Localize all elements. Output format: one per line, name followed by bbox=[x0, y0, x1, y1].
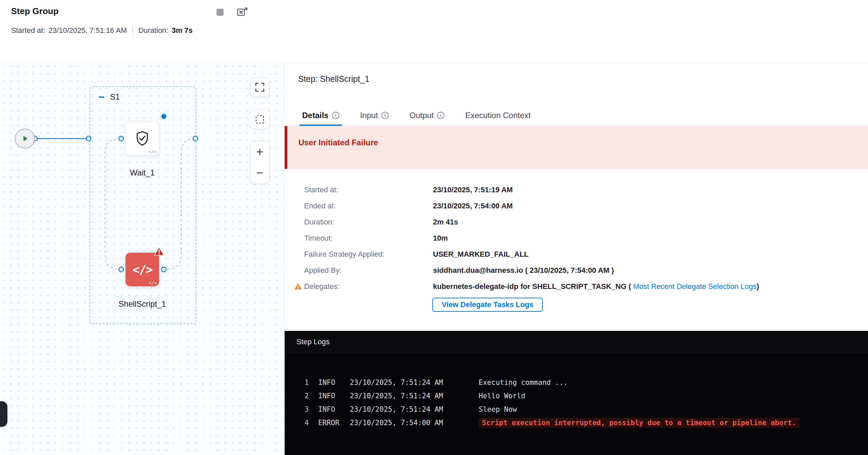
tab-input-label: Input bbox=[360, 111, 378, 120]
log-level: INFO bbox=[318, 379, 350, 387]
detail-label: Ended at: bbox=[304, 202, 433, 210]
console-view-toggle-button[interactable] bbox=[217, 9, 223, 16]
exit-node-view-button[interactable] bbox=[237, 7, 248, 17]
log-line-error: 4 ERROR 23/10/2025, 7:54:00 AM Script ex… bbox=[285, 416, 868, 429]
log-message: Executing command ... bbox=[478, 379, 568, 387]
running-status-badge bbox=[160, 113, 167, 120]
log-timestamp: 23/10/2025, 7:54:00 AM bbox=[350, 419, 478, 427]
page-title: Step Group bbox=[11, 6, 59, 17]
collapse-group-icon[interactable]: − bbox=[98, 93, 105, 101]
collapsed-panel-handle[interactable] bbox=[0, 401, 7, 427]
tab-execution-context[interactable]: Execution Context bbox=[465, 105, 531, 126]
header-bar: Step Group Started at: 23/10/2025, 7:51:… bbox=[0, 0, 868, 63]
canvas-select-button[interactable] bbox=[250, 110, 269, 129]
started-at-label: Started at: bbox=[11, 26, 45, 35]
log-message: Sleep Now bbox=[478, 405, 517, 413]
tab-output-label: Output bbox=[409, 111, 434, 120]
execution-meta: Started at: 23/10/2025, 7:51:16 AM Durat… bbox=[11, 26, 193, 35]
detail-row: Started at: 23/10/2025, 7:51:19 AM bbox=[304, 182, 759, 198]
log-level: INFO bbox=[318, 392, 350, 400]
log-line: 2 INFO 23/10/2025, 7:51:24 AM Hello Worl… bbox=[285, 389, 868, 403]
pipeline-start-node[interactable] bbox=[15, 129, 35, 149]
step-title: Step: ShellScript_1 bbox=[298, 74, 370, 84]
detail-tabs: Details i Input i Output i Execution Con… bbox=[285, 105, 868, 126]
tab-execution-context-label: Execution Context bbox=[465, 111, 531, 120]
detail-label: Failure Strategy Applied: bbox=[304, 250, 433, 259]
detail-row: Applied By: siddhant.dua@harness.io ( 23… bbox=[304, 262, 759, 279]
group-label: S1 bbox=[110, 92, 120, 102]
header-icon-group bbox=[217, 7, 248, 17]
tab-details-label: Details bbox=[302, 111, 329, 120]
detail-value: 2m 41s bbox=[433, 218, 458, 227]
detail-row-delegates: Delegates: kubernetes-delegate-idp for S… bbox=[304, 279, 759, 295]
detail-label: Applied By: bbox=[304, 266, 433, 275]
detail-label: Started at: bbox=[304, 186, 433, 194]
detail-row: Ended at: 23/10/2025, 7:54:00 AM bbox=[304, 198, 759, 214]
node-label-wait: Wait_1 bbox=[92, 168, 193, 177]
details-list: Started at: 23/10/2025, 7:51:19 AM Ended… bbox=[304, 182, 759, 295]
node-label-shellscript: ShellScript_1 bbox=[92, 299, 193, 309]
template-code-glyph: </> bbox=[148, 149, 157, 154]
template-code-glyph: </> bbox=[149, 280, 157, 286]
log-level: ERROR bbox=[318, 419, 350, 427]
detail-value: 23/10/2025, 7:51:19 AM bbox=[433, 186, 513, 194]
log-lines: 1 INFO 23/10/2025, 7:51:24 AM Executing … bbox=[285, 353, 868, 429]
detail-label: Duration: bbox=[304, 218, 433, 227]
detail-value: kubernetes-delegate-idp for SHELL_SCRIPT… bbox=[433, 282, 759, 291]
warning-icon bbox=[294, 283, 302, 291]
expand-icon bbox=[254, 82, 266, 93]
node-wait-1[interactable]: </> bbox=[126, 122, 159, 155]
detail-row: Failure Strategy Applied: USER_MARKED_FA… bbox=[304, 246, 759, 262]
tab-details[interactable]: Details i bbox=[302, 105, 339, 126]
log-timestamp: 23/10/2025, 7:51:24 AM bbox=[350, 392, 478, 400]
detail-row: Duration: 2m 41s bbox=[304, 214, 759, 230]
log-line-number: 3 bbox=[297, 405, 309, 413]
log-timestamp: 23/10/2025, 7:51:24 AM bbox=[350, 405, 478, 413]
pipeline-canvas[interactable]: − S1 </> Wait_1 </> </> bbox=[0, 63, 284, 455]
shield-check-icon bbox=[133, 130, 151, 147]
started-at-value: 23/10/2025, 7:51:16 AM bbox=[49, 26, 127, 35]
detail-value: USER_MARKED_FAIL_ALL bbox=[433, 250, 529, 259]
failure-badge bbox=[154, 247, 164, 257]
log-line: 3 INFO 23/10/2025, 7:51:24 AM Sleep Now bbox=[285, 403, 868, 416]
duration-value: 3m 7s bbox=[172, 26, 192, 35]
failure-banner: User Initiated Failure bbox=[285, 126, 868, 169]
log-timestamp: 23/10/2025, 7:51:24 AM bbox=[350, 379, 478, 387]
delegate-value-suffix: ) bbox=[756, 282, 759, 291]
log-line-number: 4 bbox=[297, 419, 309, 427]
detail-label: Timeout: bbox=[304, 234, 433, 242]
meta-divider bbox=[132, 26, 133, 35]
log-line-number: 1 bbox=[297, 379, 309, 387]
x-frame-icon bbox=[237, 7, 248, 17]
canvas-fullscreen-button[interactable] bbox=[250, 78, 269, 97]
detail-value: 10m bbox=[433, 234, 448, 242]
step-details-panel: Step: ShellScript_1 Details i Input i Ou… bbox=[285, 63, 868, 455]
zoom-controls: + − bbox=[250, 141, 269, 184]
log-level: INFO bbox=[318, 405, 350, 413]
detail-row: Timeout: 10m bbox=[304, 230, 759, 246]
zoom-out-button[interactable]: − bbox=[251, 162, 269, 183]
step-logs-panel: Step Logs 1 INFO 23/10/2025, 7:51:24 AM … bbox=[285, 331, 868, 455]
info-icon: i bbox=[437, 112, 444, 119]
error-triangle-icon bbox=[154, 247, 164, 256]
delegate-value-prefix: kubernetes-delegate-idp for SHELL_SCRIPT… bbox=[433, 282, 631, 291]
info-icon: i bbox=[381, 112, 389, 119]
zoom-in-button[interactable]: + bbox=[251, 141, 269, 162]
tab-output[interactable]: Output i bbox=[409, 105, 444, 126]
step-logs-title: Step Logs bbox=[285, 331, 868, 353]
duration-label: Duration: bbox=[138, 26, 168, 35]
node-shellscript-1[interactable]: </> </> bbox=[126, 253, 159, 286]
marquee-select-icon bbox=[254, 114, 266, 125]
log-message: Script execution interrupted, possibly d… bbox=[478, 418, 800, 428]
tab-input[interactable]: Input i bbox=[360, 105, 389, 126]
log-message: Hello World bbox=[478, 392, 525, 400]
view-delegate-tasks-logs-button[interactable]: View Delegate Tasks Logs bbox=[432, 298, 543, 312]
detail-value: 23/10/2025, 7:54:00 AM bbox=[433, 202, 513, 210]
log-line-number: 2 bbox=[297, 392, 309, 400]
delegate-selection-logs-link[interactable]: Most Recent Delegate Selection Logs bbox=[633, 282, 756, 291]
square-icon bbox=[217, 9, 223, 16]
info-icon: i bbox=[332, 112, 339, 119]
group-header: − S1 bbox=[98, 92, 120, 102]
log-line: 1 INFO 23/10/2025, 7:51:24 AM Executing … bbox=[285, 376, 868, 389]
detail-value: siddhant.dua@harness.io ( 23/10/2025, 7:… bbox=[433, 266, 614, 275]
